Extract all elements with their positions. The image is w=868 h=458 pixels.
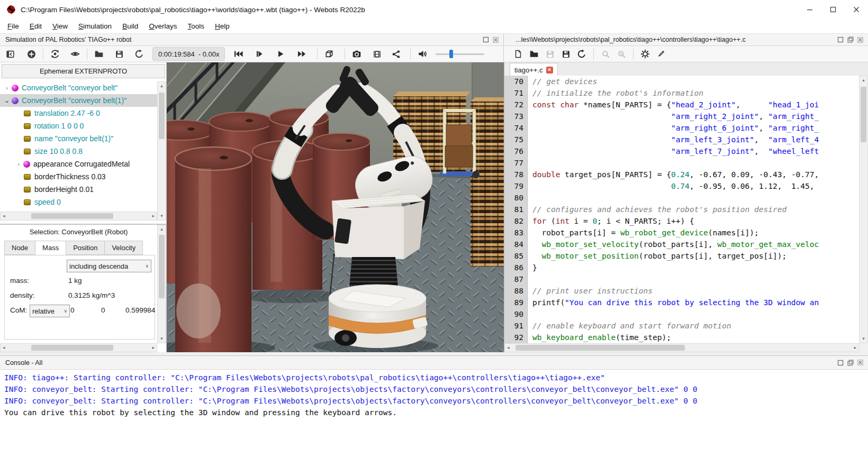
dock-window-icon[interactable] [847, 359, 854, 366]
speaker-icon[interactable] [414, 47, 430, 61]
code-line: 79 0.74, -0.95, 0.06, 1.12, 1.45, [504, 180, 859, 192]
volume-slider[interactable] [436, 49, 484, 59]
code-editor[interactable]: 70// get devices71// initialize the robo… [504, 76, 859, 343]
tree-row[interactable]: ›ConveyorBelt "conveyor belt" [0, 81, 157, 94]
settings-gear-icon[interactable] [637, 47, 653, 61]
find-replace-icon[interactable] [613, 47, 629, 61]
rendering-cube-icon[interactable] [321, 47, 337, 61]
float-window-icon[interactable] [837, 359, 844, 366]
step-icon[interactable] [251, 47, 267, 61]
eye-icon[interactable] [67, 47, 83, 61]
line-number: 80 [504, 192, 528, 204]
line-number: 85 [504, 250, 528, 262]
new-file-icon[interactable] [510, 47, 526, 61]
maximize-icon[interactable] [821, 0, 845, 19]
pen-icon[interactable] [653, 47, 669, 61]
tree-row[interactable]: size 10 0.8 0.8 [0, 145, 157, 158]
tab-mass[interactable]: Mass [35, 241, 66, 255]
revert-file-icon[interactable] [574, 47, 590, 61]
code-line: 73 "arm_right_2_joint", "arm_right_ [504, 111, 859, 122]
console-line: INFO: conveyor_belt: Starting controller… [4, 383, 868, 395]
console-output[interactable]: INFO: tiago++: Starting controller: "C:\… [0, 370, 868, 458]
line-number: 84 [504, 239, 528, 250]
menu-file[interactable]: File [2, 20, 24, 32]
tree-label: ConveyorBelt "conveyor belt" [22, 84, 117, 92]
close-panel-icon[interactable] [857, 359, 864, 366]
tree-label: rotation 1 0 0 0 [34, 122, 84, 130]
menu-tools[interactable]: Tools [182, 20, 210, 32]
save-world-icon[interactable] [111, 47, 127, 61]
rewind-icon[interactable] [230, 47, 246, 61]
editor-vscrollbar[interactable]: ▴ ▾ [859, 76, 868, 343]
chevron-right-icon[interactable]: › [3, 85, 11, 91]
com-mode-dropdown[interactable]: relative ∨ [30, 305, 70, 317]
tab-velocity[interactable]: Velocity [105, 241, 143, 255]
menu-overlays[interactable]: Overlays [143, 20, 182, 32]
tree-row[interactable]: borderHeight 0.01 [0, 183, 157, 196]
tree-row[interactable]: borderThickness 0.03 [0, 170, 157, 183]
view3d-title: Simulation of PAL Robotics' TIAGo++ robo… [5, 36, 131, 43]
add-node-icon[interactable] [23, 47, 39, 61]
console-line: You can drive this robot by selecting th… [4, 407, 868, 418]
open-world-icon[interactable] [91, 47, 107, 61]
close-panel-icon[interactable] [492, 36, 499, 43]
share-icon[interactable] [388, 47, 404, 61]
fast-forward-icon[interactable] [294, 47, 310, 61]
ephemeral-externproto-button[interactable]: Ephemeral EXTERNPROTO [2, 64, 165, 78]
code-line: 92wb_keyboard_enable(time_step); [504, 332, 859, 343]
view3d-viewport[interactable] [167, 62, 504, 352]
mass-tab-content: including descenda ∨ mass: 1 kg density:… [4, 255, 155, 340]
field-editor-panel: ⋅⋅⋅ Selection: ConveyorBelt (Robot) Node… [0, 224, 167, 352]
tree-row[interactable]: translation 2.47 -6 0 [0, 107, 157, 120]
line-number: 91 [504, 320, 528, 332]
screenshot-camera-icon[interactable] [349, 47, 365, 61]
minimize-icon[interactable] [798, 0, 821, 19]
save-as-file-icon[interactable] [558, 47, 574, 61]
close-icon[interactable] [845, 0, 868, 19]
float-window-icon[interactable] [837, 36, 844, 43]
field-hscrollbar[interactable]: ◂ ▸ [0, 343, 157, 352]
tab-position[interactable]: Position [66, 241, 105, 255]
open-file-icon[interactable] [526, 47, 542, 61]
density-label: density: [10, 291, 35, 299]
chevron-right-icon[interactable]: › [15, 161, 22, 167]
code-line: 80 [504, 192, 859, 204]
dock-window-icon[interactable] [847, 36, 854, 43]
menu-edit[interactable]: Edit [24, 20, 47, 32]
menu-help[interactable]: Help [210, 20, 235, 32]
find-icon[interactable] [598, 47, 613, 61]
tab-node[interactable]: Node [4, 241, 35, 255]
float-window-icon[interactable] [482, 36, 489, 43]
field-vscrollbar[interactable]: ▴ ▾ [157, 225, 166, 343]
simulation-speed: - 0.00x [198, 50, 220, 58]
tree-row[interactable]: ›appearance CorrugatedMetal [0, 158, 157, 170]
restore-viewpoint-icon[interactable] [47, 47, 63, 61]
line-number: 74 [504, 122, 528, 134]
volume-slider-thumb[interactable] [449, 50, 453, 58]
tree-row[interactable]: speed 0 [0, 196, 157, 208]
tree-vscrollbar[interactable]: ▴ ▾ [157, 81, 166, 221]
descendants-dropdown[interactable]: including descenda ∨ [67, 260, 151, 272]
menu-build[interactable]: Build [117, 20, 143, 32]
save-file-icon[interactable] [542, 47, 558, 61]
line-number: 77 [504, 157, 528, 169]
movie-film-icon[interactable] [369, 47, 385, 61]
close-panel-icon[interactable] [857, 36, 864, 43]
field-icon [24, 187, 31, 193]
tree-row[interactable]: ⌄ConveyorBelt "conveyor belt(1)" [0, 94, 157, 107]
menu-simulation[interactable]: Simulation [73, 20, 117, 32]
code-line: 76 "arm_left_7_joint", "wheel_left [504, 145, 859, 157]
hide-scene-tree-icon[interactable] [2, 47, 18, 61]
tree-hscrollbar[interactable]: ◂ ▸ [0, 212, 157, 221]
menu-view[interactable]: View [47, 20, 73, 32]
chevron-down-icon[interactable]: ⌄ [3, 97, 11, 104]
tree-row[interactable]: name "conveyor belt(1)" [0, 132, 157, 145]
tree-row[interactable]: rotation 1 0 0 0 [0, 120, 157, 132]
tab-tiago-c[interactable]: tiago++.c ✕ [510, 63, 558, 76]
line-number: 72 [504, 99, 528, 111]
editor-hscrollbar[interactable]: ◂ ▸ [504, 343, 859, 352]
field-icon [24, 199, 31, 205]
reload-world-icon[interactable] [131, 47, 147, 61]
close-tab-icon[interactable]: ✕ [546, 67, 553, 74]
play-icon[interactable] [273, 47, 288, 61]
